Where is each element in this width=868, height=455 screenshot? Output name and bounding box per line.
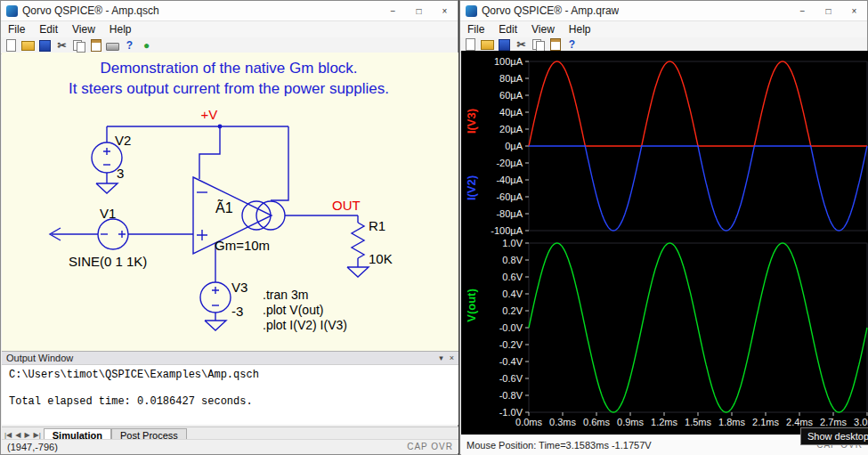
x-tick-label: 0.9ms: [617, 417, 644, 427]
output-close-icon[interactable]: ×: [450, 353, 454, 362]
schematic-heading-1: Demonstration of the native Gm block.: [100, 60, 357, 77]
show-desktop-tooltip: Show desktop: [800, 427, 868, 445]
trace-V(out)[interactable]: [529, 243, 867, 412]
ground-symbol[interactable]: [205, 321, 226, 330]
directive-plot-vout[interactable]: .plot V(out): [263, 303, 323, 317]
menu-item-edit[interactable]: Edit: [32, 23, 65, 36]
minimize-icon[interactable]: −: [790, 1, 815, 20]
x-tick-label: 0.6ms: [583, 417, 610, 427]
titlebar[interactable]: Qorvo QSPICE® - Amp.qsch − □ ×: [1, 1, 458, 21]
y-tick-label: -40µA: [496, 175, 523, 185]
help-icon[interactable]: ?: [122, 39, 137, 53]
console-line-path: C:\Users\timot\QSPICE\Examples\Amp.qsch: [9, 369, 451, 381]
maximize-icon[interactable]: □: [406, 1, 432, 20]
waveform-plot-area[interactable]: 100µA80µA60µA40µA20µA0µA-20µA-40µA-60µA-…: [461, 51, 868, 435]
window-title: Qorvo QSPICE® - Amp.qsch: [22, 4, 159, 17]
mouse-position-readout: Mouse Position: Time=3.1583ms -1.1757V: [466, 440, 652, 451]
save-icon[interactable]: [497, 38, 512, 52]
tab-nav-arrows: |◀◀▶▶|: [2, 431, 44, 439]
y-tick-label: 80µA: [499, 73, 523, 84]
v3-value[interactable]: -3: [231, 304, 243, 319]
directive-plot-currents[interactable]: .plot I(V2) I(V3): [263, 318, 347, 332]
menu-item-help[interactable]: Help: [562, 23, 598, 36]
y-tick-label: 0µA: [505, 141, 523, 151]
v2-value[interactable]: 3: [117, 166, 124, 181]
directive-tran[interactable]: .tran 3m: [263, 288, 308, 302]
console-line-elapsed: Total elapsed time: 0.0186427 seconds.: [9, 395, 451, 408]
cut-icon[interactable]: ✂: [514, 38, 529, 52]
wire[interactable]: [271, 126, 288, 200]
app-icon: [6, 5, 18, 17]
wires[interactable]: [52, 126, 358, 321]
menu-item-file[interactable]: File: [460, 23, 491, 36]
x-tick-label: 1.5ms: [685, 417, 711, 427]
y-tick-label: -0.2V: [499, 339, 523, 350]
copy-icon[interactable]: [531, 38, 546, 52]
help-icon[interactable]: ?: [564, 38, 580, 52]
out-net-label[interactable]: OUT: [332, 198, 361, 213]
y-tick-label: 0.6V: [502, 272, 523, 282]
cap-ovr-indicator: CAP OVR: [407, 442, 453, 451]
y-tick-label: -0.6V: [499, 373, 523, 384]
output-window-header[interactable]: Output Window ▾ ×: [2, 351, 458, 365]
schematic-drawing[interactable]: Demonstration of the native Gm block. It…: [2, 53, 458, 351]
y-tick-label: 20µA: [499, 124, 523, 134]
schematic-canvas[interactable]: Demonstration of the native Gm block. It…: [2, 53, 458, 351]
r1-value[interactable]: 10K: [369, 251, 393, 266]
titlebar[interactable]: Qorvo QSPICE® - Amp.qraw − □ ×: [460, 1, 867, 21]
open-icon[interactable]: [20, 39, 36, 53]
print-icon[interactable]: [105, 39, 120, 53]
x-tick-label: 2.4ms: [786, 417, 813, 427]
paste-icon[interactable]: [88, 39, 103, 53]
new-icon[interactable]: [4, 39, 19, 53]
menubar: File Edit View Help: [1, 21, 458, 37]
opamp-name[interactable]: Ã1: [215, 199, 233, 215]
trace-I(V2)[interactable]: [529, 146, 867, 231]
opamp-gm-value[interactable]: Gm=10m: [215, 238, 270, 253]
save-icon[interactable]: [37, 39, 53, 53]
menu-item-edit[interactable]: Edit: [491, 23, 524, 36]
tab-nav-arrow-icon[interactable]: ▶|: [34, 431, 41, 439]
r1-name[interactable]: R1: [369, 218, 385, 233]
open-icon[interactable]: [480, 38, 495, 52]
run-icon[interactable]: ●: [139, 39, 154, 53]
menu-item-view[interactable]: View: [524, 23, 562, 36]
supply-net-label[interactable]: +V: [201, 107, 218, 122]
minimize-icon[interactable]: −: [380, 1, 406, 20]
window-controls: − □ ×: [380, 1, 458, 20]
paste-icon[interactable]: [548, 38, 563, 52]
wire[interactable]: [199, 126, 220, 179]
new-icon[interactable]: [463, 38, 478, 52]
r1-resistor[interactable]: [347, 223, 369, 277]
close-icon[interactable]: ×: [432, 1, 458, 20]
v2-name[interactable]: V2: [115, 133, 131, 148]
x-tick-label: 3.0ms: [854, 417, 868, 427]
status-bar: (1947,-796) CAP OVR: [2, 439, 458, 453]
cursor-coordinates: (1947,-796): [7, 442, 58, 452]
menu-item-help[interactable]: Help: [102, 23, 139, 36]
copy-icon[interactable]: [71, 39, 86, 53]
v3-name[interactable]: V3: [231, 280, 247, 295]
waveform-plot[interactable]: 100µA80µA60µA40µA20µA0µA-20µA-40µA-60µA-…: [461, 51, 868, 435]
output-dropdown-icon[interactable]: ▾: [439, 353, 443, 362]
output-console[interactable]: C:\Users\timot\QSPICE\Examples\Amp.qsch …: [2, 365, 458, 425]
cut-icon[interactable]: ✂: [54, 39, 69, 53]
maximize-icon[interactable]: □: [815, 1, 841, 20]
trace-axis-label-I(V2): I(V2): [465, 175, 478, 200]
v1-value[interactable]: SINE(0 1 1K): [69, 254, 147, 269]
ground-symbol[interactable]: [347, 267, 369, 277]
menu-item-file[interactable]: File: [1, 23, 32, 36]
menu-item-view[interactable]: View: [65, 23, 102, 36]
v1-name[interactable]: V1: [100, 206, 116, 221]
y-tick-label: -20µA: [496, 158, 523, 168]
y-tick-label: 40µA: [499, 107, 523, 118]
noninverting-input-mark: [197, 230, 207, 240]
tab-nav-arrow-icon[interactable]: ◀: [15, 431, 20, 439]
tab-nav-arrow-icon[interactable]: ▶: [24, 431, 29, 439]
tab-nav-arrow-icon[interactable]: |◀: [4, 431, 12, 439]
close-icon[interactable]: ×: [841, 1, 867, 20]
window-controls: − □ ×: [790, 1, 867, 20]
trace-I(V3)[interactable]: [529, 61, 867, 146]
v3-voltage-source[interactable]: [200, 282, 231, 330]
ground-symbol[interactable]: [96, 183, 118, 193]
